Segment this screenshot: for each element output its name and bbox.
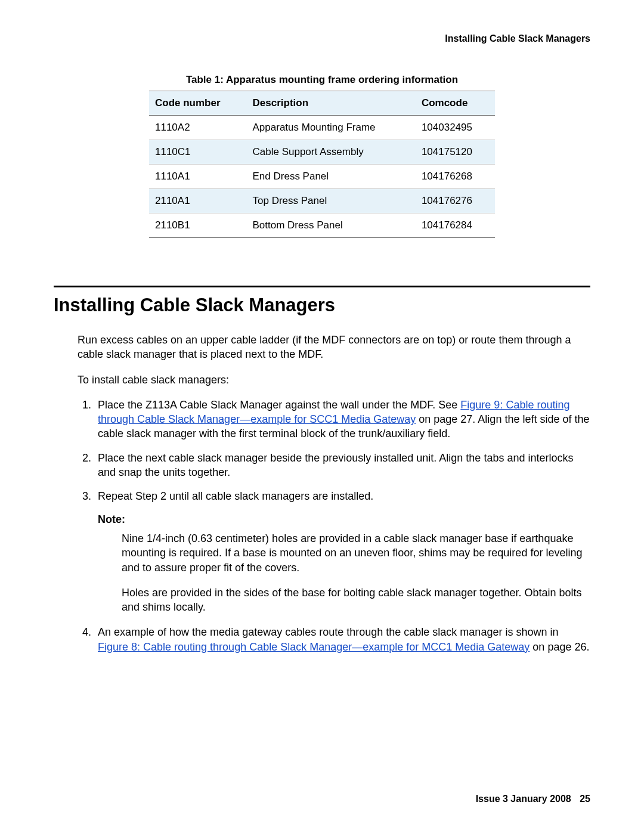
cell-desc: Cable Support Assembly bbox=[247, 140, 416, 165]
table-row: 1110A2 Apparatus Mounting Frame 10403249… bbox=[149, 116, 495, 140]
table-caption: Table 1: Apparatus mounting frame orderi… bbox=[149, 74, 495, 86]
cell-code: 1110A2 bbox=[149, 116, 247, 140]
step-1-pre: Place the Z113A Cable Slack Manager agai… bbox=[98, 399, 460, 411]
footer-page-number: 25 bbox=[580, 794, 590, 804]
table-row: 1110A1 End Dress Panel 104176268 bbox=[149, 165, 495, 189]
note-paragraph-2: Holes are provided in the sides of the b… bbox=[122, 586, 590, 615]
cell-desc: Bottom Dress Panel bbox=[247, 213, 416, 238]
table-row: 2110A1 Top Dress Panel 104176276 bbox=[149, 189, 495, 213]
cell-code: 1110A1 bbox=[149, 165, 247, 189]
section-heading: Installing Cable Slack Managers bbox=[54, 295, 590, 316]
cell-comcode: 104176268 bbox=[416, 165, 495, 189]
cell-desc: Top Dress Panel bbox=[247, 189, 416, 213]
steps-list: Place the Z113A Cable Slack Manager agai… bbox=[94, 398, 590, 654]
col-description: Description bbox=[247, 91, 416, 116]
intro-paragraph: Run excess cables on an upper cable ladd… bbox=[78, 333, 590, 362]
step-4-post: on page 26. bbox=[530, 641, 589, 653]
cell-code: 2110A1 bbox=[149, 189, 247, 213]
step-3-text: Repeat Step 2 until all cable slack mana… bbox=[98, 490, 373, 502]
table-1: Table 1: Apparatus mounting frame orderi… bbox=[149, 74, 495, 238]
cell-comcode: 104032495 bbox=[416, 116, 495, 140]
section-divider bbox=[54, 286, 590, 287]
step-1: Place the Z113A Cable Slack Manager agai… bbox=[94, 398, 590, 441]
cell-comcode: 104176276 bbox=[416, 189, 495, 213]
footer-issue: Issue 3 January 2008 bbox=[476, 794, 571, 804]
cell-desc: End Dress Panel bbox=[247, 165, 416, 189]
lead-in: To install cable slack managers: bbox=[78, 373, 590, 387]
cell-comcode: 104176284 bbox=[416, 213, 495, 238]
note-paragraph-1: Nine 1/4-inch (0.63 centimeter) holes ar… bbox=[122, 531, 590, 575]
step-4-pre: An example of how the media gateway cabl… bbox=[98, 626, 558, 638]
step-3: Repeat Step 2 until all cable slack mana… bbox=[94, 489, 590, 614]
step-2: Place the next cable slack manager besid… bbox=[94, 451, 590, 480]
note-label: Note: bbox=[98, 512, 590, 527]
running-header: Installing Cable Slack Managers bbox=[54, 33, 590, 44]
cell-code: 1110C1 bbox=[149, 140, 247, 165]
step-4: An example of how the media gateway cabl… bbox=[94, 625, 590, 654]
figure-8-link[interactable]: Figure 8: Cable routing through Cable Sl… bbox=[98, 641, 530, 653]
page-footer: Issue 3 January 2008 25 bbox=[476, 794, 590, 804]
col-code-number: Code number bbox=[149, 91, 247, 116]
table-row: 1110C1 Cable Support Assembly 104175120 bbox=[149, 140, 495, 165]
table-row: 2110B1 Bottom Dress Panel 104176284 bbox=[149, 213, 495, 238]
ordering-info-table: Code number Description Comcode 1110A2 A… bbox=[149, 91, 495, 238]
cell-code: 2110B1 bbox=[149, 213, 247, 238]
col-comcode: Comcode bbox=[416, 91, 495, 116]
cell-desc: Apparatus Mounting Frame bbox=[247, 116, 416, 140]
cell-comcode: 104175120 bbox=[416, 140, 495, 165]
